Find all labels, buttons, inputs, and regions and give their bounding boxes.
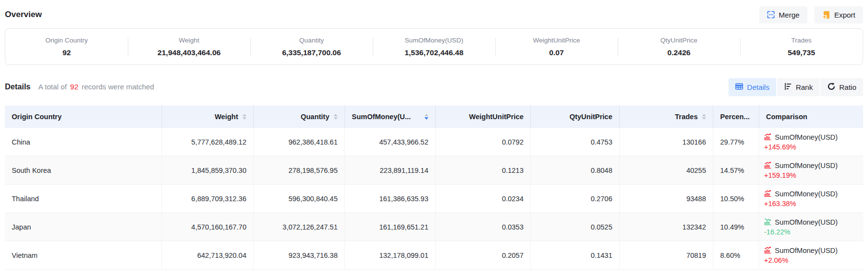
cell-country: Vietnam [5,241,162,269]
cell-weight: 6,889,709,312.36 [162,185,254,212]
export-icon [822,11,830,19]
cell-quantity: 923,943,716.38 [254,241,345,269]
bar-chart-down-icon [764,218,771,227]
bar-chart-up-icon [764,189,771,198]
cell-weight-unit-price: 0.0792 [436,128,531,156]
stat-qty-unit-price: QtyUnitPrice 0.2426 [618,35,740,59]
col-header-sum-of-money[interactable]: SumOfMoney(U... [345,105,436,128]
cell-sum-of-money: 161,386,635.93 [345,185,436,212]
table-body: China 5,777,628,489.12 962,386,418.61 45… [5,128,863,270]
comparison-metric: SumOfMoney(USD) [775,218,838,226]
page-title: Overview [5,10,42,20]
cell-percentage: 8.60% [713,241,759,269]
stat-label: Trades [740,37,863,44]
cell-percentage: 14.57% [713,156,759,184]
cell-sum-of-money: 132,178,099.01 [345,241,436,269]
stat-label: Quantity [250,37,373,44]
stat-sum-of-money: SumOfMoney(USD) 1,536,702,446.48 [373,35,495,59]
cell-weight: 642,713,920.04 [162,241,254,269]
view-tabs: Details Rank Ratio [728,78,863,96]
cell-quantity: 962,386,418.61 [254,128,345,156]
cell-comparison: SumOfMoney(USD) +159.19% [759,156,863,184]
cell-weight-unit-price: 0.1213 [436,156,531,184]
sort-carets [334,114,338,120]
top-bar: Overview Merge Export [0,0,868,23]
col-header-comparison: Comparison [759,105,863,128]
cell-trades: 40255 [620,156,713,184]
stat-value: 1,536,702,446.48 [373,48,495,57]
details-bar: Details A total of92records were matched… [5,78,863,96]
summary-suffix: records were matched [82,83,154,91]
tab-rank[interactable]: Rank [777,78,820,96]
cell-sum-of-money: 223,891,119.14 [345,156,436,184]
tab-details-label: Details [747,83,769,91]
col-header-origin-country: Origin Country [5,105,162,128]
col-header-quantity[interactable]: Quantity [254,105,345,128]
table-row-japan[interactable]: Japan 4,570,160,167.70 3,072,126,247.51 … [5,213,863,241]
stat-label: Weight [128,37,250,44]
cell-weight-unit-price: 0.0234 [436,185,531,212]
cell-percentage: 29.77% [713,128,759,156]
stat-label: QtyUnitPrice [618,37,740,44]
bar-chart-up-icon [764,246,771,255]
cell-country: Thailand [5,185,162,212]
cell-weight: 4,570,160,167.70 [162,213,254,241]
cell-trades: 130166 [620,128,713,156]
cell-qty-unit-price: 0.0525 [531,213,620,241]
export-button[interactable]: Export [814,6,863,23]
details-table: Origin Country Weight Quantity SumOfMone… [5,105,863,270]
col-header-weight[interactable]: Weight [162,105,254,128]
stat-label: Origin Country [5,37,128,44]
stat-weight: Weight 21,948,403,464.06 [128,35,250,59]
cell-comparison: SumOfMoney(USD) -16.22% [759,213,863,241]
tab-rank-label: Rank [796,83,813,91]
bar-chart-up-icon [764,161,771,170]
cell-country: China [5,128,162,156]
comparison-metric: SumOfMoney(USD) [775,162,838,169]
stat-value: 0.07 [495,48,618,57]
tab-details[interactable]: Details [728,78,776,96]
stat-value: 6,335,187,700.06 [250,48,373,57]
table-row-thailand[interactable]: Thailand 6,889,709,312.36 596,300,840.45… [5,185,863,213]
stat-weight-unit-price: WeightUnitPrice 0.07 [495,35,618,59]
cell-qty-unit-price: 0.2706 [531,185,620,212]
comparison-change: +163.38% [764,200,796,208]
stat-label: WeightUnitPrice [495,37,618,44]
cell-comparison: SumOfMoney(USD) +145.69% [759,128,863,156]
cell-comparison: SumOfMoney(USD) +163.38% [759,185,863,212]
cell-country: South Korea [5,156,162,184]
comparison-metric: SumOfMoney(USD) [775,247,838,254]
table-row-south-korea[interactable]: South Korea 1,845,859,370.30 278,198,576… [5,156,863,185]
comparison-change: +145.69% [764,143,796,151]
sort-carets [702,114,706,120]
stat-value: 549,735 [740,48,863,57]
bar-chart-up-icon [764,133,771,142]
sort-carets-active-desc [424,114,428,120]
col-header-trades[interactable]: Trades [620,105,713,128]
merge-button[interactable]: Merge [759,6,807,23]
cell-trades: 132342 [620,213,713,241]
stat-value: 21,948,403,464.06 [128,48,250,57]
rank-icon [784,83,792,92]
col-header-weight-unit-price: WeightUnitPrice [436,105,531,128]
toolbar: Merge Export [759,6,863,23]
ratio-icon [828,83,835,92]
comparison-metric: SumOfMoney(USD) [775,133,838,141]
cell-weight: 1,845,859,370.30 [162,156,254,184]
tab-ratio[interactable]: Ratio [821,78,863,96]
details-heading: Details A total of92records were matched [5,83,154,91]
table-row-china[interactable]: China 5,777,628,489.12 962,386,418.61 45… [5,128,863,156]
merge-icon [767,11,775,19]
tab-ratio-label: Ratio [839,83,856,91]
export-button-label: Export [834,11,855,19]
cell-qty-unit-price: 0.1431 [531,241,620,269]
stat-quantity: Quantity 6,335,187,700.06 [250,35,373,59]
stat-label: SumOfMoney(USD) [373,37,495,44]
table-header-row: Origin Country Weight Quantity SumOfMone… [5,105,863,128]
records-summary: A total of92records were matched [38,83,154,91]
cell-quantity: 596,300,840.45 [254,185,345,212]
table-row-vietnam[interactable]: Vietnam 642,713,920.04 923,943,716.38 13… [5,241,863,270]
stat-origin-country: Origin Country 92 [5,35,128,59]
cell-sum-of-money: 161,169,651.21 [345,213,436,241]
col-header-qty-unit-price: QtyUnitPrice [531,105,620,128]
